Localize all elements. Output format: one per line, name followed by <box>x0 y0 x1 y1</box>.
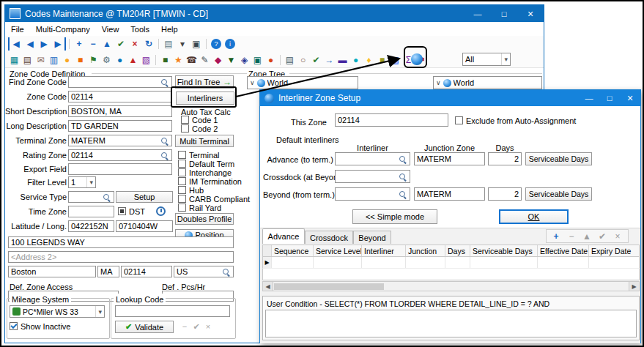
folder-icon[interactable]: ■ <box>74 53 86 66</box>
grid-header-sequence[interactable]: Sequence <box>272 245 314 256</box>
rail-yard-checkbox[interactable] <box>178 204 186 212</box>
package-icon[interactable]: ▣ <box>251 53 264 66</box>
hub-checkbox[interactable] <box>178 186 186 194</box>
pin-icon[interactable]: ● <box>264 53 277 66</box>
interchange-checkbox[interactable] <box>178 168 186 176</box>
user-condition-memo[interactable] <box>265 310 637 337</box>
help-icon[interactable]: ? <box>211 39 221 49</box>
target-icon[interactable]: ◈ <box>238 53 251 66</box>
grid-cell[interactable] <box>272 257 314 268</box>
lookup-icon[interactable] <box>160 151 169 160</box>
menu-tools[interactable]: Tools <box>125 25 155 34</box>
beyond-junction-field[interactable]: MATERM <box>414 187 485 201</box>
lookup-code-field[interactable] <box>115 305 230 317</box>
map-icon[interactable]: ▨ <box>389 53 401 66</box>
bar-icon[interactable]: ▬ <box>336 53 349 66</box>
lock-icon[interactable]: ■ <box>376 53 388 66</box>
multi-terminal-button[interactable]: Multi Terminal <box>175 135 234 147</box>
grid-header-expiry-date[interactable]: Expiry Date <box>589 245 639 256</box>
grid-cell[interactable] <box>406 257 445 268</box>
truck-icon[interactable]: ■ <box>159 53 171 66</box>
pencil-icon[interactable]: ✎ <box>199 53 211 66</box>
zones-grid-icon[interactable]: ▦ <box>8 53 21 66</box>
state-field[interactable]: MA <box>97 266 119 277</box>
last-record-icon[interactable]: ▶ <box>51 37 66 51</box>
tab-beyond[interactable]: Beyond <box>353 231 391 244</box>
flag-green-icon[interactable]: ⚑ <box>87 53 100 66</box>
grid-header-interliner[interactable]: Interliner <box>362 245 406 256</box>
this-zone-field[interactable]: 02114 <box>335 113 448 127</box>
im-termination-checkbox[interactable] <box>178 177 186 185</box>
chart-icon[interactable]: ▲ <box>127 53 139 66</box>
chevron-down-icon[interactable]: ▾ <box>86 177 93 187</box>
doubles-profile-button[interactable]: Doubles Profile <box>175 213 234 225</box>
service-type-field[interactable] <box>68 191 114 203</box>
lookup-icon[interactable] <box>398 154 407 164</box>
star-icon[interactable]: ★ <box>172 53 185 66</box>
dialog-minimize-button[interactable]: — <box>579 90 599 106</box>
export-field[interactable] <box>68 163 172 175</box>
minimize-button[interactable]: — <box>465 5 491 22</box>
globe-dot-icon[interactable]: ● <box>114 53 126 66</box>
lookup-icon[interactable] <box>398 172 407 182</box>
zone-code-field[interactable]: 02114 <box>68 91 172 102</box>
dialog-close-button[interactable]: × <box>620 90 640 106</box>
exclude-auto-assignment-checkbox[interactable] <box>455 116 463 124</box>
cancel-row-icon[interactable]: × <box>611 230 624 243</box>
accept-lookup-icon[interactable]: ✔ <box>191 322 201 332</box>
default-term-checkbox[interactable] <box>178 160 186 168</box>
menu-help[interactable]: Help <box>155 25 184 34</box>
chevron-down-icon[interactable]: ▾ <box>501 53 508 65</box>
next-record-icon[interactable]: ▶ <box>37 37 51 51</box>
edit-record-icon[interactable]: ▲ <box>100 37 114 51</box>
mail-icon[interactable]: ✉ <box>34 53 47 66</box>
check-small-icon[interactable]: ✔ <box>310 53 322 66</box>
find-zone-code-field[interactable] <box>68 76 172 88</box>
clock-small-icon[interactable]: ○ <box>297 53 309 66</box>
prev-record-icon[interactable]: ◀ <box>23 37 37 51</box>
post-row-icon[interactable]: ✔ <box>596 230 609 243</box>
clock-icon[interactable] <box>156 206 166 216</box>
dialog-maximize-button[interactable]: □ <box>599 90 620 106</box>
address2-field[interactable]: <Address 2> <box>8 251 234 263</box>
grid-header-days[interactable]: Days <box>445 245 470 256</box>
screen-icon[interactable]: ▣ <box>190 37 203 51</box>
beyond-days-field[interactable]: 2 <box>488 187 522 201</box>
grid-header-serviceable-days[interactable]: Serviceable Days <box>470 245 538 256</box>
grid-cell[interactable] <box>362 257 406 268</box>
long-description-field[interactable]: TD GARDEN <box>68 120 172 132</box>
chevron-down-icon[interactable]: ▾ <box>95 306 102 317</box>
grid-row[interactable]: ▶ <box>262 257 640 269</box>
terminal-zone-field[interactable]: MATERM <box>68 135 172 146</box>
arrow-icon[interactable]: → <box>323 53 336 66</box>
code1-checkbox[interactable] <box>181 116 189 124</box>
phone-icon[interactable]: ☎ <box>185 53 198 66</box>
menu-multi-company[interactable]: Multi-Company <box>30 25 96 34</box>
cancel-lookup-icon[interactable]: × <box>203 322 213 331</box>
grid-header-effective-date[interactable]: Effective Date <box>538 245 589 256</box>
filter-level-combo[interactable]: 1 ▾ <box>68 176 96 188</box>
short-description-field[interactable]: BOSTON, MA <box>68 105 172 117</box>
beyond-serviceable-days-button[interactable]: Serviceable Days <box>525 187 592 201</box>
print-icon[interactable]: ▤ <box>162 37 175 51</box>
grid-cell[interactable] <box>538 257 589 268</box>
validate-button[interactable]: ✔ Validate <box>115 321 174 333</box>
crossdock-interliner-field[interactable] <box>335 170 410 183</box>
zone-tree-root-right[interactable]: ∨ World <box>433 76 542 89</box>
delete-record-icon[interactable]: − <box>86 37 100 51</box>
print-options-icon[interactable]: ▾ <box>176 37 189 51</box>
close-button[interactable]: × <box>517 5 544 22</box>
menu-view[interactable]: View <box>96 25 125 34</box>
terminal-checkbox[interactable] <box>178 151 186 159</box>
cancel-edit-icon[interactable]: × <box>128 37 141 51</box>
dst-checkbox[interactable] <box>118 207 126 215</box>
grid-header-service-level[interactable]: Service Level <box>314 245 362 256</box>
tree-icon[interactable]: ▼ <box>225 53 237 66</box>
tab-advance[interactable]: Advance <box>262 228 305 244</box>
advance-days-field[interactable]: 2 <box>488 152 522 165</box>
diamond-icon[interactable]: ◆ <box>212 53 224 66</box>
grid-cell[interactable] <box>445 257 470 268</box>
toolbar-filter-combo[interactable]: All ▾ <box>462 53 511 66</box>
grid-header-junction[interactable]: Junction <box>406 245 445 256</box>
grid-cell[interactable] <box>314 257 362 268</box>
